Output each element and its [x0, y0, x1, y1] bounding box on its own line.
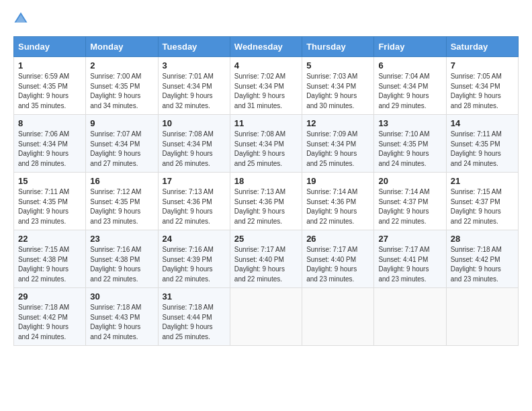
day-info: Sunrise: 7:15 AMSunset: 4:37 PMDaylight:…	[451, 187, 514, 226]
calendar-cell: 23Sunrise: 7:16 AMSunset: 4:38 PMDayligh…	[86, 230, 158, 288]
day-number: 3	[163, 60, 226, 71]
calendar-cell: 3Sunrise: 7:01 AMSunset: 4:34 PMDaylight…	[158, 57, 230, 115]
day-info: Sunrise: 7:17 AMSunset: 4:41 PMDaylight:…	[378, 245, 441, 284]
day-number: 7	[451, 60, 514, 71]
weekday-header-thursday: Thursday	[302, 37, 374, 57]
weekday-header-friday: Friday	[374, 37, 446, 57]
calendar: SundayMondayTuesdayWednesdayThursdayFrid…	[13, 36, 519, 346]
day-number: 10	[163, 118, 226, 128]
calendar-cell: 29Sunrise: 7:18 AMSunset: 4:42 PMDayligh…	[14, 288, 86, 346]
day-info: Sunrise: 7:00 AMSunset: 4:35 PMDaylight:…	[90, 72, 153, 111]
calendar-cell: 4Sunrise: 7:02 AMSunset: 4:34 PMDaylight…	[230, 57, 302, 115]
day-number: 31	[163, 291, 226, 302]
day-number: 29	[18, 291, 81, 302]
logo-icon	[13, 11, 28, 26]
day-info: Sunrise: 7:04 AMSunset: 4:34 PMDaylight:…	[378, 72, 441, 111]
day-info: Sunrise: 7:03 AMSunset: 4:34 PMDaylight:…	[306, 72, 369, 111]
day-number: 23	[90, 234, 153, 244]
calendar-cell: 13Sunrise: 7:10 AMSunset: 4:35 PMDayligh…	[374, 115, 446, 173]
day-info: Sunrise: 7:13 AMSunset: 4:36 PMDaylight:…	[234, 187, 298, 226]
calendar-cell	[302, 288, 374, 346]
calendar-cell	[446, 288, 518, 346]
day-number: 22	[18, 234, 81, 244]
day-info: Sunrise: 7:18 AMSunset: 4:42 PMDaylight:…	[451, 245, 514, 284]
day-info: Sunrise: 7:08 AMSunset: 4:34 PMDaylight:…	[234, 130, 298, 169]
calendar-cell: 1Sunrise: 6:59 AMSunset: 4:35 PMDaylight…	[14, 57, 86, 115]
calendar-cell: 22Sunrise: 7:15 AMSunset: 4:38 PMDayligh…	[14, 230, 86, 288]
calendar-cell: 25Sunrise: 7:17 AMSunset: 4:40 PMDayligh…	[230, 230, 302, 288]
day-number: 28	[451, 234, 514, 244]
day-info: Sunrise: 7:16 AMSunset: 4:38 PMDaylight:…	[90, 245, 153, 284]
calendar-cell	[230, 288, 302, 346]
calendar-cell: 18Sunrise: 7:13 AMSunset: 4:36 PMDayligh…	[230, 173, 302, 230]
weekday-header-tuesday: Tuesday	[158, 37, 230, 57]
calendar-cell: 2Sunrise: 7:00 AMSunset: 4:35 PMDaylight…	[86, 57, 158, 115]
day-info: Sunrise: 7:18 AMSunset: 4:42 PMDaylight:…	[18, 303, 81, 342]
day-info: Sunrise: 7:18 AMSunset: 4:44 PMDaylight:…	[163, 303, 226, 342]
day-info: Sunrise: 7:01 AMSunset: 4:34 PMDaylight:…	[163, 72, 226, 111]
calendar-cell: 16Sunrise: 7:12 AMSunset: 4:35 PMDayligh…	[86, 173, 158, 230]
day-info: Sunrise: 7:18 AMSunset: 4:43 PMDaylight:…	[90, 303, 153, 342]
calendar-cell: 8Sunrise: 7:06 AMSunset: 4:34 PMDaylight…	[14, 115, 86, 173]
calendar-cell: 15Sunrise: 7:11 AMSunset: 4:35 PMDayligh…	[14, 173, 86, 230]
calendar-cell: 31Sunrise: 7:18 AMSunset: 4:44 PMDayligh…	[158, 288, 230, 346]
day-number: 5	[306, 60, 369, 71]
day-number: 19	[306, 176, 369, 186]
day-number: 25	[234, 234, 298, 244]
header	[13, 11, 519, 28]
calendar-cell: 14Sunrise: 7:11 AMSunset: 4:35 PMDayligh…	[446, 115, 518, 173]
calendar-cell: 28Sunrise: 7:18 AMSunset: 4:42 PMDayligh…	[446, 230, 518, 288]
day-info: Sunrise: 7:13 AMSunset: 4:36 PMDaylight:…	[163, 187, 226, 226]
calendar-cell: 11Sunrise: 7:08 AMSunset: 4:34 PMDayligh…	[230, 115, 302, 173]
calendar-cell: 17Sunrise: 7:13 AMSunset: 4:36 PMDayligh…	[158, 173, 230, 230]
day-number: 18	[234, 176, 298, 186]
weekday-header-wednesday: Wednesday	[230, 37, 302, 57]
day-number: 2	[90, 60, 153, 71]
day-number: 21	[451, 176, 514, 186]
calendar-cell: 21Sunrise: 7:15 AMSunset: 4:37 PMDayligh…	[446, 173, 518, 230]
day-info: Sunrise: 7:17 AMSunset: 4:40 PMDaylight:…	[234, 245, 298, 284]
day-number: 16	[90, 176, 153, 186]
day-info: Sunrise: 7:02 AMSunset: 4:34 PMDaylight:…	[234, 72, 298, 111]
calendar-cell: 24Sunrise: 7:16 AMSunset: 4:39 PMDayligh…	[158, 230, 230, 288]
calendar-cell: 12Sunrise: 7:09 AMSunset: 4:34 PMDayligh…	[302, 115, 374, 173]
day-info: Sunrise: 7:10 AMSunset: 4:35 PMDaylight:…	[378, 130, 441, 169]
day-number: 13	[378, 118, 441, 128]
day-info: Sunrise: 7:06 AMSunset: 4:34 PMDaylight:…	[18, 130, 81, 169]
calendar-cell: 20Sunrise: 7:14 AMSunset: 4:37 PMDayligh…	[374, 173, 446, 230]
calendar-cell: 9Sunrise: 7:07 AMSunset: 4:34 PMDaylight…	[86, 115, 158, 173]
day-info: Sunrise: 7:15 AMSunset: 4:38 PMDaylight:…	[18, 245, 81, 284]
day-number: 30	[90, 291, 153, 302]
day-number: 17	[163, 176, 226, 186]
day-info: Sunrise: 7:07 AMSunset: 4:34 PMDaylight:…	[90, 130, 153, 169]
day-number: 1	[18, 60, 81, 71]
calendar-cell: 10Sunrise: 7:08 AMSunset: 4:34 PMDayligh…	[158, 115, 230, 173]
day-number: 15	[18, 176, 81, 186]
day-number: 8	[18, 118, 81, 128]
day-info: Sunrise: 7:11 AMSunset: 4:35 PMDaylight:…	[18, 187, 81, 226]
day-number: 24	[163, 234, 226, 244]
weekday-header-monday: Monday	[86, 37, 158, 57]
weekday-header-saturday: Saturday	[446, 37, 518, 57]
day-info: Sunrise: 7:11 AMSunset: 4:35 PMDaylight:…	[451, 130, 514, 169]
day-info: Sunrise: 7:05 AMSunset: 4:34 PMDaylight:…	[451, 72, 514, 111]
day-number: 27	[378, 234, 441, 244]
calendar-cell: 6Sunrise: 7:04 AMSunset: 4:34 PMDaylight…	[374, 57, 446, 115]
weekday-header-sunday: Sunday	[14, 37, 86, 57]
calendar-cell: 26Sunrise: 7:17 AMSunset: 4:40 PMDayligh…	[302, 230, 374, 288]
day-number: 6	[378, 60, 441, 71]
day-info: Sunrise: 7:14 AMSunset: 4:36 PMDaylight:…	[306, 187, 369, 226]
day-number: 20	[378, 176, 441, 186]
day-number: 4	[234, 60, 298, 71]
day-number: 26	[306, 234, 369, 244]
day-info: Sunrise: 7:08 AMSunset: 4:34 PMDaylight:…	[163, 130, 226, 169]
calendar-cell: 30Sunrise: 7:18 AMSunset: 4:43 PMDayligh…	[86, 288, 158, 346]
day-info: Sunrise: 7:17 AMSunset: 4:40 PMDaylight:…	[306, 245, 369, 284]
day-info: Sunrise: 7:16 AMSunset: 4:39 PMDaylight:…	[163, 245, 226, 284]
day-info: Sunrise: 7:12 AMSunset: 4:35 PMDaylight:…	[90, 187, 153, 226]
calendar-cell	[374, 288, 446, 346]
calendar-cell: 7Sunrise: 7:05 AMSunset: 4:34 PMDaylight…	[446, 57, 518, 115]
day-number: 9	[90, 118, 153, 128]
day-info: Sunrise: 7:14 AMSunset: 4:37 PMDaylight:…	[378, 187, 441, 226]
day-info: Sunrise: 7:09 AMSunset: 4:34 PMDaylight:…	[306, 130, 369, 169]
